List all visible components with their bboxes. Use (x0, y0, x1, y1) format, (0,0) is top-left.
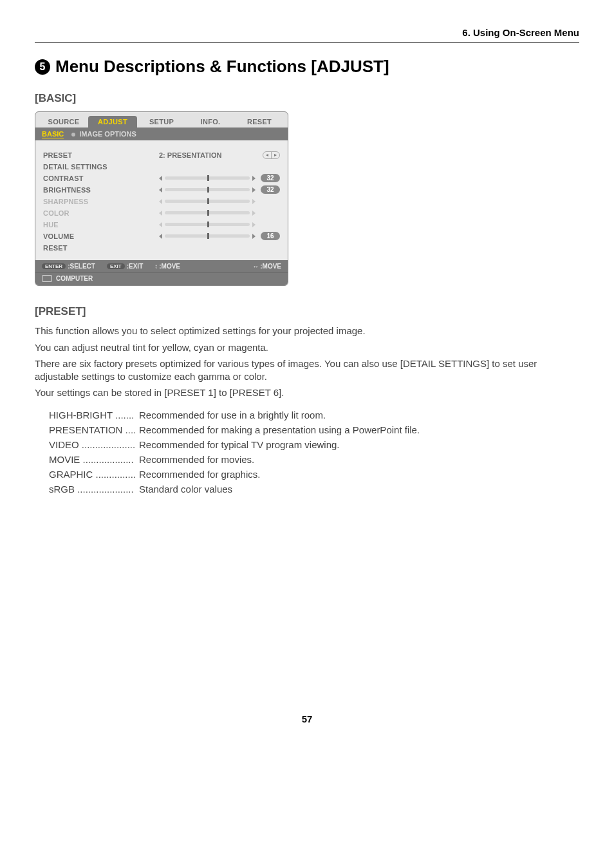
hint-move-lr: :MOVE (260, 263, 281, 270)
osd-tab-source[interactable]: SOURCE (39, 116, 88, 127)
slider-thumb (207, 233, 209, 239)
slider-track (165, 200, 250, 203)
osd-row-brightness[interactable]: BRIGHTNESS32 (43, 184, 280, 195)
exit-pill: EXIT (107, 263, 125, 269)
arrow-right-icon (252, 211, 256, 216)
preset-item: VIDEO .................... Recommended f… (49, 439, 579, 450)
slider-value-pill: 32 (261, 174, 280, 182)
slider-thumb (207, 210, 209, 216)
preset-item-desc: Recommended for making a presentation us… (139, 424, 420, 435)
slider-track[interactable] (165, 176, 250, 180)
osd-slider (159, 211, 256, 216)
arrow-right-icon (252, 199, 256, 204)
osd-row-volume[interactable]: VOLUME16 (43, 231, 280, 241)
preset-heading: [PRESET] (35, 305, 579, 318)
osd-row-label: SHARPNESS (43, 198, 159, 205)
hint-exit: :EXIT (127, 263, 144, 270)
osd-row-label: COLOR (43, 209, 159, 217)
arrow-left-icon (159, 222, 162, 227)
arrow-right-icon (252, 222, 256, 227)
preset-para-1: This function allows you to select optim… (35, 325, 579, 337)
page-number: 57 (35, 713, 579, 724)
osd-slider[interactable] (159, 187, 256, 193)
slider-track (165, 211, 250, 214)
preset-item-desc: Recommended for movies. (139, 454, 254, 465)
slider-thumb (207, 198, 209, 204)
osd-slider[interactable] (159, 176, 256, 181)
osd-subtab-basic[interactable]: BASIC (42, 129, 64, 138)
arrow-left-icon[interactable]: ◂ (263, 152, 271, 158)
osd-footer: COMPUTER (35, 272, 288, 285)
osd-body: PRESET2: PRESENTATION◂▸DETAIL SETTINGSCO… (35, 140, 288, 260)
preset-item-name: GRAPHIC ............... (49, 469, 139, 480)
osd-row-sharpness[interactable]: SHARPNESS (43, 196, 280, 207)
osd-row-preset[interactable]: PRESET2: PRESENTATION◂▸ (43, 149, 280, 160)
osd-tab-adjust[interactable]: ADJUST (88, 116, 137, 127)
slider-thumb (207, 222, 209, 227)
osd-source-label: COMPUTER (56, 275, 93, 282)
osd-screenshot: SOURCE ADJUST SETUP INFO. RESET BASIC IM… (35, 111, 288, 286)
osd-slider[interactable] (159, 234, 256, 239)
arrow-left-icon[interactable] (159, 187, 162, 193)
enter-pill: ENTER (42, 263, 66, 269)
preset-para-2: You can adjust neutral tint for yellow, … (35, 341, 579, 354)
preset-item-name: VIDEO .................... (49, 439, 139, 450)
osd-row-color[interactable]: COLOR (43, 207, 280, 218)
osd-row-label: DETAIL SETTINGS (43, 163, 159, 171)
preset-item-desc: Standard color values (139, 484, 232, 495)
slider-track[interactable] (165, 188, 250, 191)
osd-tab-setup[interactable]: SETUP (137, 116, 186, 127)
osd-row-detail-settings[interactable]: DETAIL SETTINGS (43, 161, 280, 172)
slider-track[interactable] (165, 234, 250, 238)
osd-subtab-image-options-label: IMAGE OPTIONS (79, 130, 136, 138)
slider-track (165, 223, 250, 226)
arrow-right-icon[interactable] (252, 187, 256, 193)
osd-hint-bar: ENTER:SELECT EXIT:EXIT :MOVE :MOVE (35, 260, 288, 272)
osd-slider (159, 199, 256, 204)
osd-row-label: PRESET (43, 151, 159, 159)
preset-item-desc: Recommended for use in a brightly lit ro… (139, 410, 326, 420)
preset-item-desc: Recommended for graphics. (139, 469, 260, 480)
osd-row-label: BRIGHTNESS (43, 186, 159, 194)
arrow-left-icon (159, 211, 162, 216)
preset-para-4: Your settings can be stored in [PRESET 1… (35, 386, 579, 399)
arrow-left-icon (159, 199, 162, 204)
preset-item-name: sRGB ..................... (49, 484, 139, 495)
preset-item-name: MOVIE ................... (49, 454, 139, 465)
osd-preset-value: 2: PRESENTATION (159, 151, 259, 159)
section-title-text: Menu Descriptions & Functions [ADJUST] (55, 57, 389, 77)
osd-subtabs: BASIC IMAGE OPTIONS (35, 127, 288, 140)
arrow-right-icon[interactable] (252, 176, 256, 181)
section-number-badge: 5 (35, 59, 50, 75)
preset-para-3: There are six factory presets optimized … (35, 357, 579, 382)
osd-row-label: RESET (43, 244, 159, 252)
arrow-right-icon[interactable] (252, 234, 256, 239)
osd-row-label: VOLUME (43, 232, 159, 240)
arrow-left-icon[interactable] (159, 176, 162, 181)
basic-heading: [BASIC] (35, 92, 579, 105)
osd-tab-info[interactable]: INFO. (186, 116, 235, 127)
osd-row-reset[interactable]: RESET (43, 242, 280, 253)
hint-select: :SELECT (68, 263, 95, 270)
preset-item-name: HIGH-BRIGHT ....... (49, 410, 139, 420)
preset-item-desc: Recommended for typical TV program viewi… (139, 439, 340, 450)
source-icon (42, 275, 52, 282)
dot-icon (71, 133, 75, 137)
osd-row-contrast[interactable]: CONTRAST32 (43, 173, 280, 184)
preset-item: HIGH-BRIGHT ....... Recommended for use … (49, 410, 579, 420)
osd-slider (159, 222, 256, 227)
osd-row-label: CONTRAST (43, 175, 159, 182)
arrow-left-icon[interactable] (159, 234, 162, 239)
osd-subtab-image-options[interactable]: IMAGE OPTIONS (71, 129, 136, 138)
preset-item: GRAPHIC ............... Recommended for … (49, 469, 579, 480)
osd-main-tabs: SOURCE ADJUST SETUP INFO. RESET (35, 112, 288, 127)
arrow-right-icon[interactable]: ▸ (271, 152, 279, 158)
osd-row-hue[interactable]: HUE (43, 219, 280, 230)
preset-list: HIGH-BRIGHT ....... Recommended for use … (49, 410, 579, 495)
section-title: 5 Menu Descriptions & Functions [ADJUST] (35, 57, 579, 77)
preset-item: PRESENTATION .... Recommended for making… (49, 424, 579, 435)
preset-item: MOVIE ................... Recommended fo… (49, 454, 579, 465)
left-right-switch[interactable]: ◂▸ (263, 151, 280, 159)
preset-item-name: PRESENTATION .... (49, 424, 139, 435)
osd-tab-reset[interactable]: RESET (235, 116, 284, 127)
